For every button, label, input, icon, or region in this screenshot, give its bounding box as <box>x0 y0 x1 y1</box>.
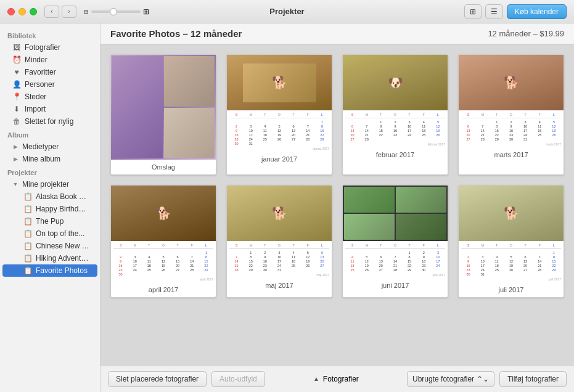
jun-mini-calendar: S M T O T F L 123 45678910 1112131415161… <box>343 241 448 279</box>
sidebar-steder-label: Steder <box>25 92 46 101</box>
calendar-page-feb[interactable]: 🐶 S M T O T F L 12345 <box>342 54 448 175</box>
sidebar-happybirthday-label: Happy Birthday... <box>36 205 90 213</box>
collapse-icon: ▶ <box>12 144 18 150</box>
calendar-page-maj[interactable]: 🐕 S M T O T F L 123456 <box>226 185 332 298</box>
sidebar-item-personer[interactable]: 👤 Personer <box>2 78 97 91</box>
toolbar-center: ▲ Fotografier <box>313 375 359 383</box>
collapse2-icon: ▶ <box>12 156 18 162</box>
close-button[interactable] <box>7 8 15 15</box>
sidebar-hiking-label: Hiking Adventure <box>36 254 90 263</box>
sidebar-item-steder[interactable]: 📍 Steder <box>2 91 97 103</box>
import-icon: ⬇ <box>12 105 21 113</box>
jan-photo: 🐕 <box>227 55 332 110</box>
library-section-label: Bibliotek <box>0 28 100 41</box>
maj-mini-calendar: S M T O T F L 123456 78910111213 1415161… <box>227 241 332 279</box>
maximize-button[interactable] <box>30 8 37 15</box>
calendar-page-mar[interactable]: 🐕 S M T O T F L 12345 <box>458 54 564 175</box>
cover-label: Omslag <box>111 160 216 174</box>
jul-year-label: juli 2017 <box>461 277 561 281</box>
window-title: Projekter <box>269 7 304 16</box>
jun-cell-2 <box>396 187 446 213</box>
unused-photos-dropdown[interactable]: Ubrugte fotografier ⌃⌄ <box>407 371 494 387</box>
feb-label: februar 2017 <box>343 149 448 162</box>
album-section-label: Album <box>0 128 100 141</box>
sidebar-mineprojekter-label: Mine projekter <box>22 180 69 189</box>
clock-icon: ⏰ <box>12 55 21 64</box>
calendar-icon-alaska: 📋 <box>23 192 32 201</box>
sidebar-chinese-label: Chinese New Y... <box>36 242 90 250</box>
sidebar-item-hiking[interactable]: 📋 Hiking Adventure <box>2 252 97 264</box>
jul-mini-calendar: S M T O T F L 1 2345678 9101112131415 16… <box>459 241 564 284</box>
chevron-up-icon: ▲ <box>313 375 319 382</box>
feb-photo: 🐶 <box>343 55 448 110</box>
minimize-button[interactable] <box>18 8 26 15</box>
jan-year-label: januar 2017 <box>229 147 329 150</box>
auto-fill-button[interactable]: Auto-udfyld <box>211 371 265 387</box>
content-header: Favorite Photos – 12 måneder 12 måneder … <box>100 23 574 44</box>
sidebar-favoritter-label: Favoritter <box>25 68 56 76</box>
maj-year-label: maj 2017 <box>229 273 329 277</box>
sidebar-item-favoritephotos[interactable]: 📋 Favorite Photos <box>2 264 97 277</box>
layout-button[interactable]: ☰ <box>485 4 503 19</box>
sidebar-item-slettet[interactable]: 🗑 Slettet for nylig <box>2 115 97 128</box>
calendar-icon-hb: 📋 <box>23 205 32 213</box>
slider-thumb[interactable] <box>110 8 117 15</box>
main-layout: Bibliotek 🖼 Fotografier ⏰ Minder ♥ Favor… <box>0 23 574 392</box>
calendar-scroll[interactable]: Omslag 🐕 S M T O <box>100 44 574 365</box>
jun-cell-3 <box>344 214 395 240</box>
cover-photo-cell-2 <box>164 56 215 107</box>
titlebar-actions: ⊞ ☰ Køb kalender <box>464 4 567 19</box>
sidebar-item-fotografier[interactable]: 🖼 Fotografier <box>2 41 97 54</box>
sidebar-item-medietyper[interactable]: ▶ Medietyper <box>2 141 97 153</box>
sidebar-item-thepup[interactable]: 📋 The Pup <box>2 215 97 227</box>
cover-page[interactable]: Omslag <box>110 54 216 175</box>
zoom-icon-large: ⊞ <box>143 7 149 16</box>
sidebar-item-ontop[interactable]: 📋 On top of the... <box>2 227 97 240</box>
mar-year-label: marts 2017 <box>461 142 561 146</box>
sidebar-item-favoritter[interactable]: ♥ Favoritter <box>2 66 97 78</box>
traffic-lights <box>7 8 37 15</box>
feb-year-label: februar 2017 <box>345 142 445 146</box>
projects-section-label: Projekter <box>0 165 100 178</box>
apr-mini-calendar: S M T O T F L 1 2345678 9101112131415 16… <box>111 241 216 284</box>
buy-button[interactable]: Køb kalender <box>507 4 567 19</box>
delete-photos-button[interactable]: Slet placerede fotografier <box>108 371 207 387</box>
calendar-icon-fav: 📋 <box>23 266 32 275</box>
sidebar-medietyper-label: Medietyper <box>22 142 59 151</box>
mar-mini-calendar: S M T O T F L 12345 6789101112 131415161… <box>459 110 564 149</box>
calendar-page-jun[interactable]: S M T O T F L 123 45678910 1112131415161… <box>342 185 448 298</box>
calendar-page-jul[interactable]: 🐕 S M T O T F L 1 <box>458 185 564 298</box>
calendar-icon-pup: 📋 <box>23 217 32 226</box>
forward-button[interactable]: › <box>62 6 76 18</box>
bottom-toolbar: Slet placerede fotografier Auto-udfyld ▲… <box>100 365 574 392</box>
sidebar-item-minder[interactable]: ⏰ Minder <box>2 54 97 66</box>
sidebar-thepup-label: The Pup <box>36 217 64 226</box>
sidebar-item-import[interactable]: ⬇ Import <box>2 103 97 115</box>
jun-photo <box>343 186 448 241</box>
sidebar-item-mineprojekter[interactable]: ▼ Mine projekter <box>2 178 97 190</box>
mar-photo: 🐕 <box>459 55 564 110</box>
add-photos-button[interactable]: Tilføj fotografier <box>499 371 567 387</box>
view-toggle-button[interactable]: ⊞ <box>464 4 482 19</box>
sidebar-alaska-label: Alaska Book Pr... <box>36 192 90 201</box>
sidebar-item-minealbum[interactable]: ▶ Mine album <box>2 153 97 165</box>
slider-track[interactable] <box>91 10 141 13</box>
sidebar-minealbum-label: Mine album <box>22 155 60 163</box>
back-button[interactable]: ‹ <box>44 6 59 18</box>
cover-photo-cell-3 <box>164 108 215 158</box>
sidebar: Bibliotek 🖼 Fotografier ⏰ Minder ♥ Favor… <box>0 23 100 392</box>
jan-label: januar 2017 <box>227 153 332 166</box>
jun-year-label: juni 2017 <box>345 273 445 277</box>
sidebar-item-chinese[interactable]: 📋 Chinese New Y... <box>2 240 97 252</box>
sidebar-item-alaska[interactable]: 📋 Alaska Book Pr... <box>2 190 97 203</box>
calendar-page-apr[interactable]: 🐕 S M T O T F L 1 <box>110 185 216 298</box>
content-title: Favorite Photos – 12 måneder <box>110 28 242 39</box>
zoom-slider[interactable]: ⊟ ⊞ <box>84 7 149 16</box>
photo-icon: 🖼 <box>12 43 21 52</box>
calendar-icon-chinese: 📋 <box>23 242 32 250</box>
content-area: Favorite Photos – 12 måneder 12 måneder … <box>100 23 574 392</box>
cover-photo-cell-1 <box>112 56 163 158</box>
person-icon: 👤 <box>12 80 21 89</box>
calendar-page-jan[interactable]: 🐕 S M T O T F L <box>226 54 332 175</box>
sidebar-item-happybirthday[interactable]: 📋 Happy Birthday... <box>2 203 97 215</box>
